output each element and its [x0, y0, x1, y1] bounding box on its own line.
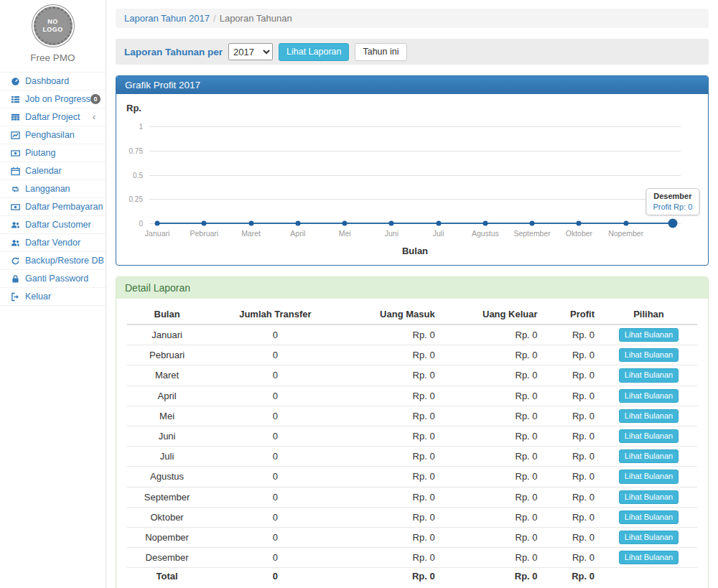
data-point-mei[interactable] — [342, 221, 348, 226]
lihat-bulanan-button[interactable]: Lihat Bulanan — [619, 409, 679, 423]
data-point-maret[interactable] — [248, 221, 253, 226]
sidebar-item-label: Langganan — [25, 184, 70, 194]
sidebar-item-calendar[interactable]: Calendar — [0, 162, 106, 180]
cell-uang-keluar: Rp. 0 — [441, 487, 544, 507]
data-point-april[interactable] — [295, 221, 300, 226]
data-point-oktober[interactable] — [577, 221, 582, 226]
sidebar-item-backup-restore-db[interactable]: Backup/Restore DB — [0, 252, 106, 270]
sidebar-item-dashboard[interactable]: Dashboard — [0, 73, 106, 90]
cell-uang-masuk: Rp. 0 — [344, 548, 441, 568]
lihat-bulanan-button[interactable]: Lihat Bulanan — [619, 368, 679, 382]
table-row: Maret0Rp. 0Rp. 0Rp. 0Lihat Bulanan — [127, 365, 697, 386]
cell-uang-keluar: Rp. 0 — [441, 447, 544, 467]
year-select[interactable]: 2017 — [228, 43, 273, 60]
table-row: Juni0Rp. 0Rp. 0Rp. 0Lihat Bulanan — [127, 426, 697, 446]
cell-profit: Rp. 0 — [544, 365, 600, 386]
plot-area: Desember Profit Rp: 0 Bulan 00.250.50.75… — [149, 126, 681, 223]
data-point-pebruari[interactable] — [202, 221, 207, 226]
cell-bulan: Maret — [127, 365, 207, 386]
cell-jumlah-transfer: 0 — [207, 447, 344, 467]
data-point-desember[interactable] — [668, 219, 677, 228]
lihat-bulanan-button[interactable]: Lihat Bulanan — [619, 449, 679, 463]
sidebar-item-langganan[interactable]: Langganan — [0, 180, 106, 198]
cell-uang-keluar: Rp. 0 — [441, 467, 544, 487]
data-point-juli[interactable] — [436, 221, 441, 226]
lihat-bulanan-button[interactable]: Lihat Bulanan — [619, 510, 679, 524]
lihat-bulanan-button[interactable]: Lihat Bulanan — [619, 551, 679, 564]
cell-profit: Rp. 0 — [544, 507, 600, 527]
y-tick-label: 0 — [139, 220, 143, 228]
sidebar-item-daftar-pembayaran[interactable]: Daftar Pembayaran — [0, 198, 106, 216]
chart-panel-title: Grafik Profit 2017 — [116, 76, 708, 94]
lihat-bulanan-button[interactable]: Lihat Bulanan — [619, 328, 679, 342]
sidebar-item-daftar-customer[interactable]: Daftar Customer — [0, 216, 106, 234]
cell-pilihan: Lihat Bulanan — [600, 487, 697, 507]
cell-jumlah-transfer: 0 — [207, 325, 344, 345]
sidebar-item-label: Dashboard — [25, 76, 69, 86]
lock-icon — [11, 274, 22, 284]
lihat-bulanan-button[interactable]: Lihat Bulanan — [619, 470, 679, 483]
sidebar-item-daftar-project[interactable]: Daftar Project‹ — [0, 108, 106, 126]
sidebar-item-label: Piutang — [25, 148, 55, 158]
data-point-juni[interactable] — [389, 221, 394, 226]
sidebar-item-daftar-vendor[interactable]: Daftar Vendor — [0, 234, 106, 252]
table-total-row: Total0Rp. 0Rp. 0Rp. 0 — [127, 568, 697, 585]
sidebar-nav: DashboardJob on Progress0Daftar Project‹… — [0, 72, 106, 306]
lihat-bulanan-button[interactable]: Lihat Bulanan — [619, 348, 679, 362]
cell-bulan: Juli — [127, 447, 207, 467]
cell-uang-masuk: Rp. 0 — [344, 487, 441, 507]
breadcrumb-link[interactable]: Laporan Tahun 2017 — [124, 13, 210, 24]
sidebar-item-ganti-password[interactable]: Ganti Password — [0, 270, 106, 288]
table-row: Mei0Rp. 0Rp. 0Rp. 0Lihat Bulanan — [127, 406, 697, 426]
cell-jumlah-transfer: 0 — [207, 406, 344, 426]
sidebar-item-keluar[interactable]: Keluar — [0, 288, 106, 306]
cell-uang-masuk: Rp. 0 — [344, 386, 441, 406]
data-point-januari[interactable] — [155, 221, 160, 226]
page: NO LOGO Free PMO DashboardJob on Progres… — [0, 0, 718, 588]
cell-pilihan: Lihat Bulanan — [600, 406, 697, 426]
lihat-bulanan-button[interactable]: Lihat Bulanan — [619, 490, 679, 504]
sidebar-item-label: Daftar Vendor — [25, 238, 80, 248]
lihat-bulanan-button[interactable]: Lihat Bulanan — [619, 429, 679, 443]
x-tick-label: Nopember — [608, 229, 643, 238]
cell-uang-keluar: Rp. 0 — [441, 325, 544, 345]
y-axis-title: Rp. — [126, 103, 141, 113]
cell-uang-keluar: Rp. 0 — [441, 527, 544, 547]
report-toolbar: Laporan Tahunan per 2017 Lihat Laporan T… — [116, 39, 709, 65]
calendar-icon — [11, 167, 22, 176]
cell-uang-masuk: Rp. 0 — [344, 568, 441, 585]
data-point-september[interactable] — [530, 221, 535, 226]
sidebar-item-penghasilan[interactable]: Penghasilan — [0, 126, 106, 144]
cell-uang-masuk: Rp. 0 — [344, 447, 441, 467]
cell-profit: Rp. 0 — [544, 548, 600, 568]
sidebar-item-job-on-progress[interactable]: Job on Progress0 — [0, 90, 106, 108]
lihat-bulanan-button[interactable]: Lihat Bulanan — [619, 531, 679, 544]
data-point-agustus[interactable] — [482, 221, 488, 226]
report-table-container: Bulan Jumlah Transfer Uang Masuk Uang Ke… — [116, 299, 708, 588]
cell-bulan: Juni — [127, 426, 207, 446]
cell-uang-keluar: Rp. 0 — [441, 507, 544, 527]
x-axis-title: Bulan — [402, 246, 428, 256]
tooltip-month: Desember — [653, 192, 692, 200]
column-header-profit: Profit — [544, 304, 600, 325]
column-header-uang-keluar: Uang Keluar — [441, 304, 544, 325]
cell-bulan: Total — [127, 568, 207, 585]
data-point-nopember[interactable] — [623, 221, 628, 226]
job-list-icon — [11, 95, 22, 104]
sidebar-item-piutang[interactable]: Piutang — [0, 144, 106, 162]
cell-pilihan: Lihat Bulanan — [600, 386, 697, 406]
cell-uang-keluar: Rp. 0 — [441, 345, 544, 365]
count-badge: 0 — [90, 94, 101, 104]
cell-bulan: September — [127, 487, 207, 507]
cell-uang-keluar: Rp. 0 — [441, 568, 544, 585]
profit-line-series — [149, 126, 681, 223]
cell-profit: Rp. 0 — [544, 447, 600, 467]
lihat-laporan-button[interactable]: Lihat Laporan — [279, 43, 349, 61]
tahun-ini-button[interactable]: Tahun ini — [355, 43, 406, 61]
column-header-pilihan: Pilihan — [600, 304, 697, 325]
cell-uang-masuk: Rp. 0 — [344, 426, 441, 446]
table-row: Desember0Rp. 0Rp. 0Rp. 0Lihat Bulanan — [127, 548, 697, 568]
lihat-bulanan-button[interactable]: Lihat Bulanan — [619, 389, 679, 403]
table-row: September0Rp. 0Rp. 0Rp. 0Lihat Bulanan — [127, 487, 697, 507]
no-logo-stamp: NO LOGO — [34, 6, 73, 45]
